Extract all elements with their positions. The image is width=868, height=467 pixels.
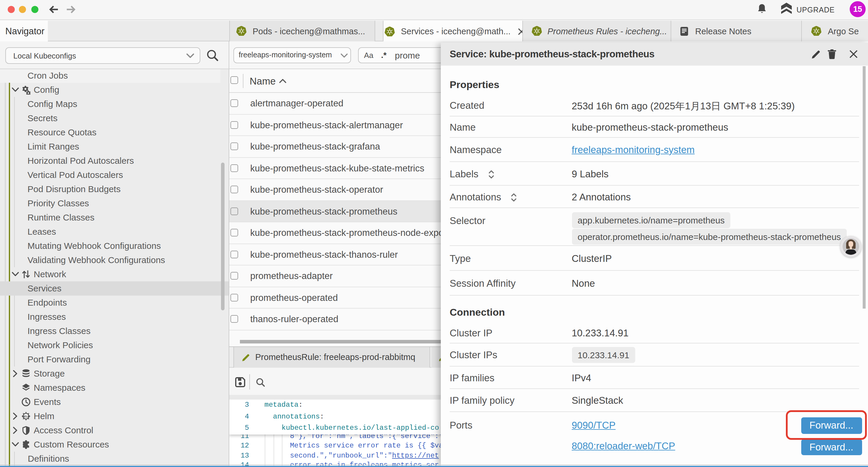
svg-text:HELM: HELM xyxy=(22,415,30,418)
